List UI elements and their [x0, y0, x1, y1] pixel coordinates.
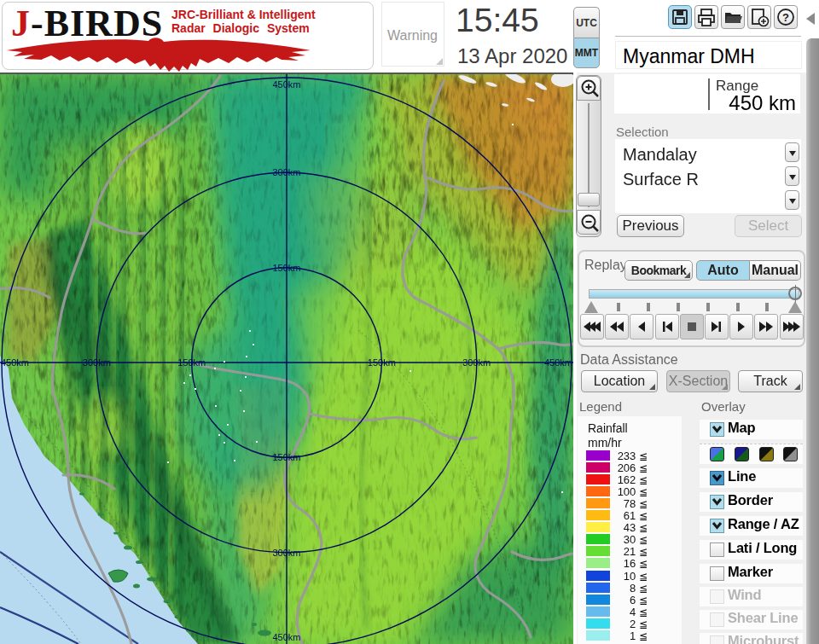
- svg-text:300km: 300km: [462, 357, 491, 368]
- svg-text:300km: 300km: [272, 548, 300, 558]
- svg-text:150km: 150km: [272, 263, 300, 273]
- svg-text:450km: 450km: [544, 357, 572, 368]
- svg-text:450km: 450km: [1, 357, 29, 368]
- svg-text:300km: 300km: [83, 357, 111, 368]
- svg-text:450km: 450km: [272, 632, 300, 642]
- svg-text:150km: 150km: [177, 357, 206, 368]
- svg-text:300km: 300km: [272, 167, 300, 177]
- svg-text:?: ?: [782, 11, 789, 24]
- svg-text:150km: 150km: [368, 357, 396, 368]
- svg-text:150km: 150km: [272, 452, 300, 462]
- svg-text:450km: 450km: [272, 79, 300, 90]
